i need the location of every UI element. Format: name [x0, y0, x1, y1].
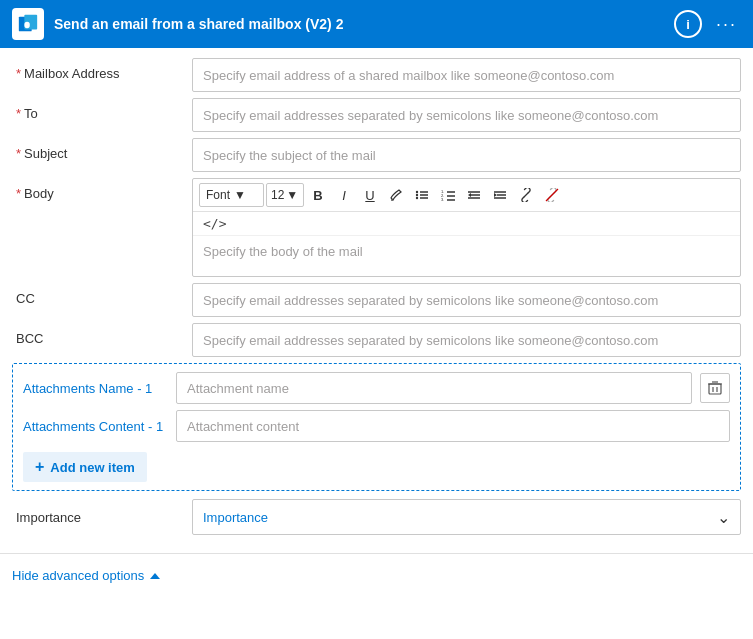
header-title: Send an email from a shared mailbox (V2)…: [54, 16, 664, 32]
unlink-icon: [545, 188, 559, 202]
mailbox-required-asterisk: *: [16, 66, 21, 81]
form-area: * Mailbox Address * To * Subject * Body …: [0, 48, 753, 553]
font-size-label: 12: [271, 188, 284, 202]
link-button[interactable]: [514, 183, 538, 207]
bcc-label: BCC: [12, 323, 192, 354]
outlook-icon: [17, 13, 39, 35]
subject-row: * Subject: [12, 138, 741, 172]
cc-input[interactable]: [192, 283, 741, 317]
indent-decrease-button[interactable]: [462, 183, 486, 207]
cc-row: CC: [12, 283, 741, 317]
font-size-selector[interactable]: 12 ▼: [266, 183, 304, 207]
subject-input[interactable]: [192, 138, 741, 172]
bcc-input[interactable]: [192, 323, 741, 357]
body-code-tag: </>: [193, 212, 740, 236]
mailbox-address-row: * Mailbox Address: [12, 58, 741, 92]
cc-label: CC: [12, 283, 192, 314]
subject-label-text: Subject: [24, 146, 67, 161]
to-required-asterisk: *: [16, 106, 21, 121]
body-label-text: Body: [24, 186, 54, 201]
unordered-list-icon: [415, 188, 429, 202]
unordered-list-button[interactable]: [410, 183, 434, 207]
body-placeholder[interactable]: Specify the body of the mail: [193, 236, 740, 276]
hide-advanced-button[interactable]: Hide advanced options: [12, 564, 160, 587]
unlink-button[interactable]: [540, 183, 564, 207]
svg-point-4: [416, 191, 418, 193]
more-button[interactable]: ···: [712, 14, 741, 35]
hide-advanced-label: Hide advanced options: [12, 568, 144, 583]
to-label: * To: [12, 98, 192, 129]
body-toolbar: Font ▼ 12 ▼ B I U: [193, 179, 740, 212]
attachments-section: Attachments Name - 1 Attachments Content…: [12, 363, 741, 491]
font-dropdown-arrow: ▼: [234, 188, 246, 202]
add-icon: +: [35, 458, 44, 476]
bcc-label-text: BCC: [16, 331, 43, 346]
body-row: * Body Font ▼ 12 ▼ B I U: [12, 178, 741, 277]
subject-required-asterisk: *: [16, 146, 21, 161]
to-label-text: To: [24, 106, 38, 121]
svg-point-6: [416, 197, 418, 199]
importance-value: Importance: [203, 510, 268, 525]
attachment-delete-button[interactable]: [700, 373, 730, 403]
svg-rect-27: [709, 384, 721, 394]
ordered-list-button[interactable]: 1. 2. 3.: [436, 183, 460, 207]
indent-decrease-icon: [467, 188, 481, 202]
footer: Hide advanced options: [0, 553, 753, 597]
underline-button[interactable]: U: [358, 183, 382, 207]
attachment-content-label: Attachments Content - 1: [23, 419, 168, 434]
svg-line-26: [546, 189, 558, 201]
svg-point-5: [416, 194, 418, 196]
add-new-item-button[interactable]: + Add new item: [23, 452, 147, 482]
mailbox-address-input[interactable]: [192, 58, 741, 92]
outlook-icon-box: [12, 8, 44, 40]
importance-label: Importance: [12, 502, 192, 533]
cc-label-text: CC: [16, 291, 35, 306]
bold-button[interactable]: B: [306, 183, 330, 207]
importance-dropdown[interactable]: Importance ⌄: [192, 499, 741, 535]
font-size-dropdown-arrow: ▼: [286, 188, 298, 202]
attachment-content-row: Attachments Content - 1: [23, 410, 730, 442]
brush-button[interactable]: [384, 183, 408, 207]
brush-icon: [389, 188, 403, 202]
svg-point-2: [24, 22, 29, 28]
subject-label: * Subject: [12, 138, 192, 169]
add-new-item-label: Add new item: [50, 460, 135, 475]
importance-chevron-icon: ⌄: [717, 508, 730, 527]
bcc-row: BCC: [12, 323, 741, 357]
body-required-asterisk: *: [16, 186, 21, 201]
svg-line-24: [524, 193, 528, 197]
to-row: * To: [12, 98, 741, 132]
body-label: * Body: [12, 178, 192, 209]
attachment-content-input[interactable]: [176, 410, 730, 442]
attachment-name-label: Attachments Name - 1: [23, 381, 168, 396]
mailbox-address-label: * Mailbox Address: [12, 58, 192, 89]
svg-marker-23: [494, 193, 497, 197]
svg-marker-19: [468, 193, 471, 197]
italic-button[interactable]: I: [332, 183, 356, 207]
info-button[interactable]: i: [674, 10, 702, 38]
body-editor: Font ▼ 12 ▼ B I U: [192, 178, 741, 277]
link-icon: [519, 188, 533, 202]
ordered-list-icon: 1. 2. 3.: [441, 188, 455, 202]
attachment-name-row: Attachments Name - 1: [23, 372, 730, 404]
attachment-name-input[interactable]: [176, 372, 692, 404]
chevron-up-icon: [150, 573, 160, 579]
indent-increase-button[interactable]: [488, 183, 512, 207]
attachment-delete-icon: [707, 380, 723, 396]
svg-text:3.: 3.: [441, 197, 444, 202]
font-selector[interactable]: Font ▼: [199, 183, 264, 207]
mailbox-label-text: Mailbox Address: [24, 66, 119, 81]
to-input[interactable]: [192, 98, 741, 132]
font-label: Font: [206, 188, 230, 202]
indent-increase-icon: [493, 188, 507, 202]
importance-row: Importance Importance ⌄: [12, 499, 741, 535]
header: Send an email from a shared mailbox (V2)…: [0, 0, 753, 48]
